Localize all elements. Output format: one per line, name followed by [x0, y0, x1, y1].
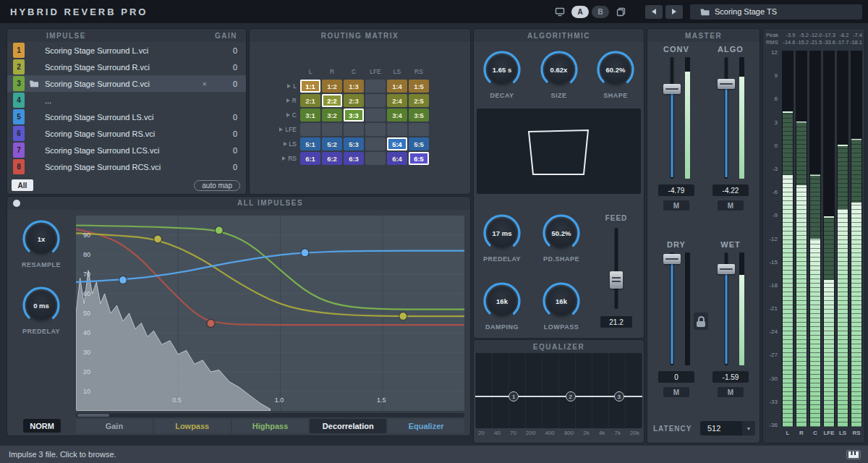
mute-button[interactable]: M [663, 200, 689, 211]
knob-pd-shape[interactable]: 50.2%PD.SHAPE [536, 213, 587, 263]
latency-select[interactable]: 512 ▼ [700, 421, 755, 436]
fader-handle[interactable] [718, 79, 735, 89]
curve-point-green[interactable] [215, 226, 223, 234]
graph-scrollbar-handle[interactable] [77, 414, 109, 417]
curve-point-blue[interactable] [119, 276, 127, 284]
impulse-slot-number[interactable]: 8 [13, 159, 25, 174]
matrix-cell[interactable]: 3:1 [300, 109, 320, 122]
impulse-slot-row[interactable]: 7Scoring Stage Surround LCS.vci0 [7, 142, 246, 158]
tab-equalizer[interactable]: Equalizer [388, 419, 464, 433]
dry-wet-link-button[interactable] [694, 313, 708, 330]
matrix-cell[interactable] [387, 123, 407, 136]
wet-fader[interactable] [718, 252, 735, 365]
matrix-cell[interactable] [409, 123, 429, 136]
impulse-slot-row[interactable]: 2Scoring Stage Surround R.vci0 [7, 59, 246, 75]
fader-value[interactable]: 0 [658, 371, 694, 383]
midi-keyboard-icon[interactable] [846, 450, 861, 459]
matrix-cell[interactable] [322, 123, 342, 136]
norm-button[interactable]: NORM [23, 419, 61, 433]
matrix-cell[interactable] [365, 123, 386, 136]
knob-shape[interactable]: 60.2%SHAPE [590, 49, 641, 99]
impulse-slot-number[interactable]: 6 [13, 126, 25, 141]
matrix-row-label[interactable]: RS [276, 155, 300, 162]
mute-button[interactable]: M [718, 200, 744, 211]
matrix-row-label[interactable]: L [276, 82, 300, 90]
matrix-cell[interactable] [365, 80, 386, 93]
graph-scrollbar[interactable] [76, 413, 464, 417]
matrix-cell[interactable]: 1:3 [344, 80, 364, 93]
matrix-row-label[interactable]: LFE [276, 126, 300, 133]
remove-impulse-button[interactable]: × [203, 80, 207, 88]
matrix-cell[interactable] [365, 109, 386, 122]
impulse-slot-row[interactable]: 5Scoring Stage Surround LS.vci0 [7, 109, 246, 125]
knob-lowpass[interactable]: 16kLOWPASS [536, 281, 587, 331]
matrix-cell[interactable]: 3:4 [387, 109, 407, 122]
matrix-cell[interactable]: 6:3 [344, 152, 364, 165]
matrix-cell[interactable]: 3:3 [344, 109, 364, 122]
matrix-row-label[interactable]: R [276, 97, 300, 104]
preset-selector[interactable]: Scoring Stage TS [690, 4, 862, 20]
matrix-cell[interactable]: 5:4 [387, 137, 407, 150]
eq-band-2[interactable]: 2 [566, 391, 576, 402]
feed-slider[interactable] [609, 228, 624, 309]
matrix-cell[interactable]: 1:1 [300, 80, 320, 93]
impulse-slot-number[interactable]: 7 [13, 143, 25, 158]
all-button[interactable]: All [12, 179, 33, 191]
tab-highpass[interactable]: Highpass [232, 419, 309, 433]
fader-handle[interactable] [718, 264, 735, 274]
tab-decorrelation[interactable]: Decorrelation [310, 419, 386, 433]
room-shape-display[interactable] [477, 109, 641, 194]
knob-damping[interactable]: 16kDAMPING [477, 281, 527, 331]
matrix-cell[interactable] [365, 152, 386, 165]
matrix-cell[interactable]: 6:2 [322, 152, 342, 165]
impulse-slot-number[interactable]: 2 [13, 59, 25, 75]
prev-preset-button[interactable] [645, 5, 663, 19]
fader-value[interactable]: -4.22 [712, 184, 749, 196]
matrix-cell[interactable]: 5:3 [344, 137, 364, 150]
matrix-cell[interactable] [365, 137, 386, 150]
impulse-slot-row[interactable]: 3Scoring Stage Surround C.vci×0 [7, 75, 246, 92]
fader-handle[interactable] [663, 254, 681, 264]
knob-predelay[interactable]: 17 msPREDELAY [477, 213, 527, 263]
matrix-cell[interactable]: 2:3 [344, 94, 364, 107]
impulse-slot-row[interactable]: 4... [7, 92, 246, 109]
matrix-cell[interactable]: 2:4 [387, 94, 407, 107]
feed-value[interactable]: 21.2 [600, 316, 632, 328]
fader-value[interactable]: -1.59 [712, 371, 749, 383]
matrix-cell[interactable]: 5:2 [322, 137, 342, 150]
auto-map-button[interactable]: auto map [194, 180, 240, 191]
matrix-cell[interactable] [344, 123, 364, 136]
matrix-cell[interactable] [365, 94, 386, 107]
matrix-cell[interactable]: 5:5 [409, 137, 429, 150]
matrix-cell[interactable]: 1:5 [409, 80, 429, 93]
editor-led-toggle[interactable] [13, 200, 20, 207]
curve-point-olive[interactable] [154, 235, 162, 243]
tab-lowpass[interactable]: Lowpass [154, 419, 231, 433]
impulse-slot-row[interactable]: 1Scoring Stage Surround L.vci0 [7, 42, 246, 59]
impulse-curves-graph[interactable]: 9080706050403020100.51.01.5 [76, 216, 464, 411]
tab-gain[interactable]: Gain [76, 419, 153, 433]
matrix-cell[interactable]: 6:1 [300, 152, 320, 165]
knob-size[interactable]: 0.62xSIZE [534, 49, 584, 99]
resample-knob[interactable]: 1x RESAMPLE [16, 218, 67, 268]
preset-a-button[interactable]: A [571, 6, 589, 18]
copy-preset-button[interactable] [612, 5, 629, 19]
matrix-cell[interactable]: 2:5 [409, 94, 429, 107]
knob-decay[interactable]: 1.65 sDECAY [477, 49, 527, 99]
impulse-slot-number[interactable]: 1 [13, 43, 25, 58]
dry-fader[interactable] [663, 252, 681, 365]
impulse-slot-row[interactable]: 8Scoring Stage Surround RCS.vci0 [7, 158, 246, 175]
matrix-cell[interactable]: 6:4 [387, 152, 407, 165]
impulse-slot-number[interactable]: 5 [13, 109, 25, 124]
matrix-cell[interactable]: 2:2 [322, 94, 342, 107]
matrix-cell[interactable]: 5:1 [300, 137, 320, 150]
eq-band-1[interactable]: 1 [509, 391, 519, 402]
matrix-cell[interactable]: 6:5 [409, 152, 429, 165]
matrix-row-label[interactable]: LS [276, 140, 300, 148]
feed-slider-handle[interactable] [610, 271, 623, 289]
mute-button[interactable]: M [718, 387, 744, 397]
matrix-row-label[interactable]: C [276, 111, 300, 119]
impulse-slot-number[interactable]: 3 [13, 76, 25, 91]
fader-value[interactable]: -4.79 [658, 184, 694, 196]
matrix-cell[interactable]: 3:5 [409, 109, 429, 122]
